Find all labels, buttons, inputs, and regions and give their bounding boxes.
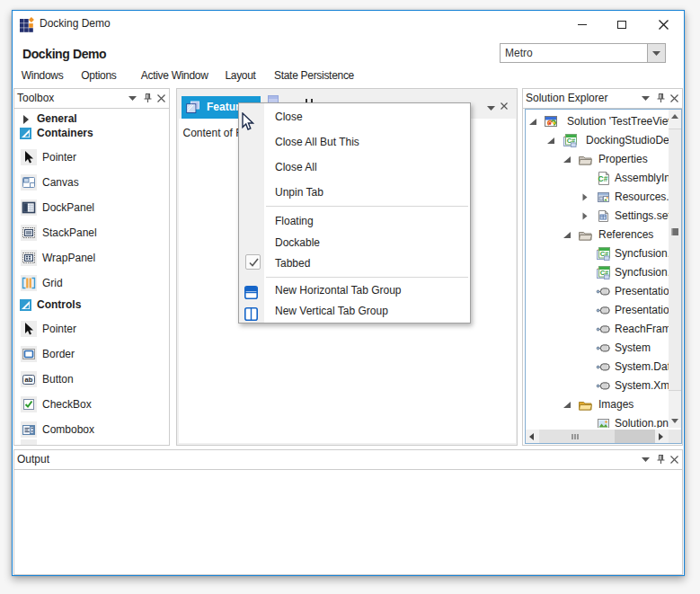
svg-text:C#: C# (598, 174, 608, 183)
svg-text:ab: ab (25, 376, 33, 384)
